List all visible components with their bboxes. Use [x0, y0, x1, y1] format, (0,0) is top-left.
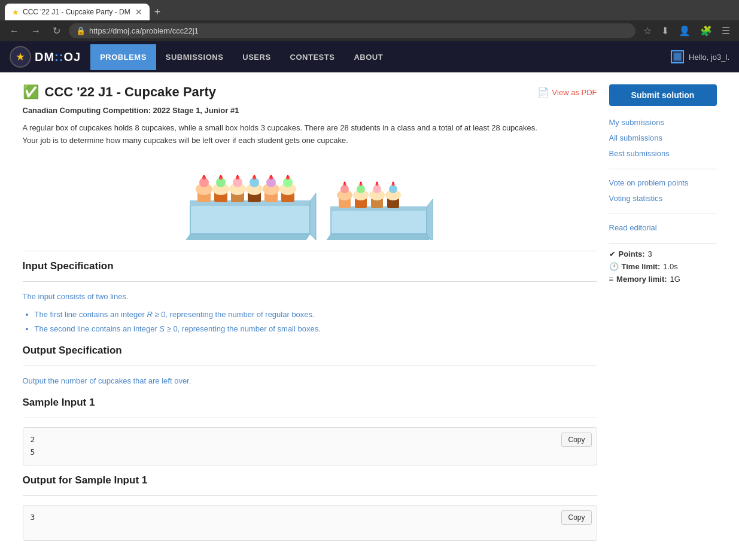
svg-point-54 [376, 181, 378, 183]
site-logo[interactable]: ★ DM::OJ [0, 41, 90, 72]
read-editorial-link[interactable]: Read editorial [609, 220, 717, 236]
svg-marker-39 [427, 199, 433, 240]
output-sample-heading: Output for Sample Input 1 [23, 474, 597, 486]
input-spec-text-1: The first line contains an integer R ≥ 0… [35, 310, 315, 319]
problem-title: CCC '22 J1 - Cupcake Party [45, 84, 216, 100]
problem-description-1: A regular box of cupcakes holds 8 cupcak… [23, 122, 597, 147]
input-spec-item-2: The second line contains an integer S ≥ … [35, 322, 597, 336]
tab-favicon: ★ [12, 8, 19, 17]
user-greeting: Hello, jo3_l. [661, 45, 739, 68]
vote-problem-points-link[interactable]: Vote on problem points [609, 175, 717, 191]
problem-title-row: ✅ CCC '22 J1 - Cupcake Party 📄 View as P… [23, 84, 597, 100]
output-sample-box: 3 Copy [23, 505, 597, 541]
sidebar-divider-1 [609, 169, 717, 169]
output-sample-content: 3 [31, 512, 589, 524]
svg-point-10 [203, 175, 205, 176]
profile-icon[interactable]: 👤 [676, 24, 694, 38]
back-button[interactable]: ← [6, 25, 23, 38]
svg-point-25 [253, 175, 255, 176]
nav-users[interactable]: USERS [233, 44, 280, 70]
address-bar[interactable]: 🔒 https://dmoj.ca/problem/ccc22j1 [69, 23, 635, 38]
memory-stat: ≡ Memory limit: 1G [609, 275, 717, 284]
new-tab-button[interactable]: + [154, 6, 161, 19]
section-divider-4 [23, 418, 597, 418]
pdf-icon: 📄 [537, 87, 549, 98]
voting-statistics-link[interactable]: Voting statistics [609, 191, 717, 206]
logo-text: DM::OJ [35, 50, 81, 64]
browser-tab[interactable]: ★ CCC '22 J1 - Cupcake Party - DM ✕ [5, 4, 150, 20]
problem-title-left: ✅ CCC '22 J1 - Cupcake Party [23, 84, 216, 100]
copy-output-sample-button[interactable]: Copy [561, 510, 591, 525]
input-spec-list: The first line contains an integer R ≥ 0… [23, 308, 597, 336]
svg-point-52 [373, 185, 381, 193]
best-submissions-link[interactable]: Best submissions [609, 146, 717, 162]
input-spec-intro: The input consists of two lines. [23, 291, 597, 303]
points-stat: ✔ Points: 3 [609, 249, 717, 258]
section-divider-5 [23, 495, 597, 496]
svg-point-15 [220, 175, 221, 176]
solved-check-icon: ✅ [23, 84, 39, 100]
svg-point-57 [389, 185, 397, 193]
points-label: Points: [619, 249, 645, 258]
problem-sidebar: Submit solution My submissions All submi… [609, 84, 717, 550]
nav-problems[interactable]: PROBLEMS [90, 44, 156, 70]
sidebar-submission-links: My submissions All submissions Best subm… [609, 115, 717, 162]
svg-point-49 [360, 181, 361, 183]
bookmarks-icon[interactable]: ☆ [640, 24, 655, 38]
menu-icon[interactable]: ☰ [719, 24, 733, 38]
desc-text-2: Your job is to determine how many cupcak… [23, 136, 348, 145]
tab-close-button[interactable]: ✕ [135, 7, 142, 17]
svg-marker-4 [184, 234, 310, 240]
section-divider-1 [23, 251, 597, 251]
time-value: 1.0s [663, 262, 678, 271]
svg-rect-1 [674, 53, 681, 60]
site-navigation: ★ DM::OJ PROBLEMS SUBMISSIONS USERS CONT… [0, 41, 739, 72]
url-text: https://dmoj.ca/problem/ccc22j1 [89, 26, 199, 35]
main-nav: PROBLEMS SUBMISSIONS USERS CONTESTS ABOU… [90, 44, 393, 70]
all-submissions-link[interactable]: All submissions [609, 130, 717, 146]
sidebar-divider-2 [609, 214, 717, 214]
svg-point-20 [236, 175, 238, 176]
main-container: ✅ CCC '22 J1 - Cupcake Party 📄 View as P… [11, 72, 729, 560]
sidebar-voting-links: Vote on problem points Voting statistics [609, 175, 717, 206]
svg-point-30 [270, 175, 272, 176]
user-icon [671, 50, 684, 63]
time-stat: 🕐 Time limit: 1.0s [609, 262, 717, 271]
my-submissions-link[interactable]: My submissions [609, 115, 717, 130]
reload-button[interactable]: ↻ [49, 24, 64, 38]
lock-icon: 🔒 [76, 26, 86, 35]
view-pdf-link[interactable]: 📄 View as PDF [537, 87, 597, 98]
extensions-icon[interactable]: 🧩 [697, 24, 715, 38]
memory-value: 1G [670, 275, 680, 284]
submit-solution-button[interactable]: Submit solution [609, 84, 717, 106]
points-value: 3 [648, 249, 652, 258]
cupcake-illustration [23, 156, 597, 242]
section-divider-3 [23, 366, 597, 366]
forward-button[interactable]: → [28, 25, 44, 38]
sidebar-divider-3 [609, 243, 717, 244]
sample-input-box: 2 5 Copy [23, 427, 597, 465]
checkmark-icon: ✔ [609, 249, 616, 258]
nav-about[interactable]: ABOUT [344, 44, 393, 70]
view-pdf-label: View as PDF [552, 88, 597, 97]
nav-contests[interactable]: CONTESTS [281, 44, 345, 70]
copy-sample-input-button[interactable]: Copy [561, 433, 591, 447]
svg-point-35 [287, 175, 288, 176]
svg-rect-2 [190, 201, 310, 234]
svg-point-42 [340, 185, 349, 193]
memory-icon: ≡ [609, 275, 614, 284]
problem-content: ✅ CCC '22 J1 - Cupcake Party 📄 View as P… [23, 84, 597, 550]
svg-point-59 [392, 181, 394, 183]
clock-icon: 🕐 [609, 262, 619, 271]
svg-point-44 [343, 181, 345, 183]
section-divider-2 [23, 281, 597, 282]
sample-input-content: 2 5 [31, 434, 589, 459]
input-spec-item-1: The first line contains an integer R ≥ 0… [35, 308, 597, 321]
user-name: Hello, jo3_l. [689, 53, 729, 62]
desc-text-1: A regular box of cupcakes holds 8 cupcak… [23, 123, 537, 132]
nav-submissions[interactable]: SUBMISSIONS [156, 44, 233, 70]
input-spec-text-2: The second line contains an integer S ≥ … [35, 324, 321, 333]
input-spec-heading: Input Specification [23, 260, 597, 272]
output-spec-heading: Output Specification [23, 345, 597, 357]
download-icon[interactable]: ⬇ [658, 24, 672, 38]
